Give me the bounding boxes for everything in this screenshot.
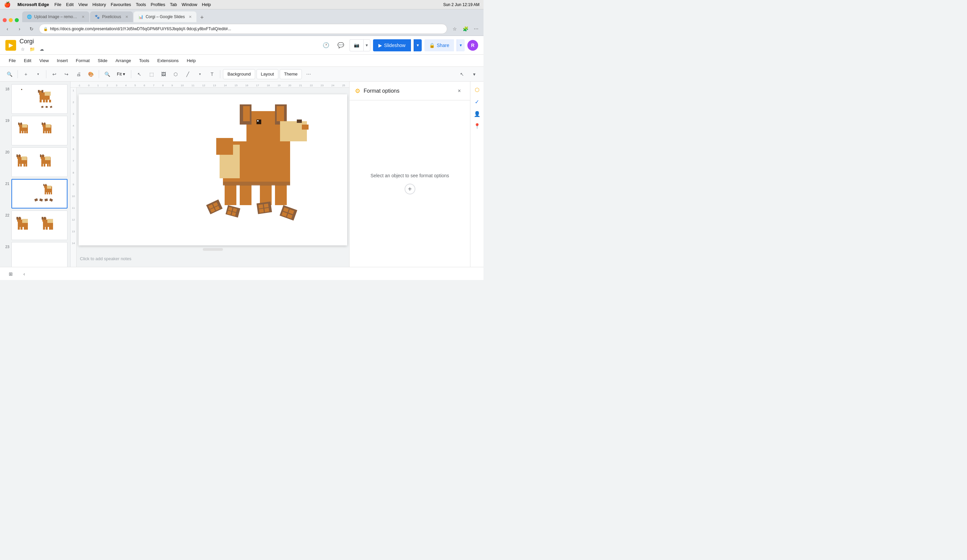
slideshow-button[interactable]: ▶ Slideshow bbox=[373, 39, 411, 51]
sidebar-explore-button[interactable]: ⬡ bbox=[472, 84, 482, 95]
user-avatar[interactable]: R bbox=[467, 40, 478, 51]
mac-menu-edit[interactable]: Edit bbox=[66, 2, 74, 7]
mac-menu-favourites[interactable]: Favourites bbox=[111, 2, 131, 7]
mac-status-area: Sun 2 Jun 12:19 AM bbox=[443, 2, 480, 7]
bookmark-button[interactable]: ☆ bbox=[450, 24, 459, 34]
view-options-button[interactable]: ▾ bbox=[469, 69, 480, 79]
active-app-name[interactable]: Microsoft Edge bbox=[18, 2, 49, 7]
tab-close-3[interactable]: ✕ bbox=[189, 15, 192, 19]
menu-slide[interactable]: Slide bbox=[94, 57, 111, 64]
slide-item-21[interactable]: 21 bbox=[3, 179, 68, 209]
menu-arrange[interactable]: Arrange bbox=[112, 57, 134, 64]
menu-extensions[interactable]: Extensions bbox=[154, 57, 182, 64]
slide-canvas[interactable] bbox=[79, 94, 347, 245]
mac-menu-window[interactable]: Window bbox=[182, 2, 197, 7]
slide-thumb-23[interactable] bbox=[12, 242, 68, 267]
mac-menu-profiles[interactable]: Profiles bbox=[151, 2, 165, 7]
camera-dropdown[interactable]: ▾ bbox=[363, 39, 370, 51]
menu-format[interactable]: Format bbox=[73, 57, 93, 64]
mac-menu-tools[interactable]: Tools bbox=[136, 2, 146, 7]
slide-item-22[interactable]: 22 bbox=[3, 211, 68, 240]
select-frame-button[interactable]: ⬚ bbox=[146, 69, 157, 79]
search-button[interactable]: 🔍 bbox=[4, 69, 15, 79]
zoom-search-button[interactable]: 🔍 bbox=[102, 69, 112, 79]
menu-tools[interactable]: Tools bbox=[136, 57, 152, 64]
sidebar-people-button[interactable]: 👤 bbox=[472, 109, 482, 119]
tab-corgi-slides[interactable]: 📊 Corgi – Google Slides ✕ bbox=[134, 12, 197, 22]
pointer-options-button[interactable]: ↖ bbox=[457, 69, 467, 79]
layout-button[interactable]: Layout bbox=[256, 69, 278, 79]
add-dropdown-button[interactable]: ▾ bbox=[33, 69, 43, 79]
comments-button[interactable]: 💬 bbox=[335, 39, 347, 51]
window-minimize-btn[interactable] bbox=[9, 18, 13, 22]
tab-pixelicious[interactable]: 🐾 Pixelicious ✕ bbox=[90, 12, 133, 22]
share-dropdown-button[interactable]: ▾ bbox=[457, 39, 465, 51]
zoom-select[interactable]: Fit ▾ bbox=[114, 69, 128, 79]
tab-close-2[interactable]: ✕ bbox=[125, 15, 128, 19]
slide-thumb-22[interactable] bbox=[12, 211, 68, 240]
slideshow-dropdown-button[interactable]: ▾ bbox=[414, 39, 422, 51]
menu-insert[interactable]: Insert bbox=[53, 57, 71, 64]
image-button[interactable]: 🖼 bbox=[158, 69, 169, 79]
refresh-button[interactable]: ↻ bbox=[27, 24, 36, 34]
slide-thumb-18[interactable] bbox=[12, 84, 68, 114]
window-maximize-btn[interactable] bbox=[15, 18, 19, 22]
grid-view-button[interactable]: ⊞ bbox=[5, 268, 16, 279]
url-input[interactable]: 🔒 https://docs.google.com/presentation/d… bbox=[39, 24, 447, 34]
tab-close-1[interactable]: ✕ bbox=[82, 15, 84, 19]
history-button[interactable]: 🕐 bbox=[320, 39, 332, 51]
share-button[interactable]: 🔒 Share bbox=[424, 39, 454, 51]
back-button[interactable]: ‹ bbox=[3, 24, 12, 34]
canvas-scroll-area[interactable]: Click to add speaker notes bbox=[77, 87, 349, 267]
sidebar-maps-button[interactable]: 📍 bbox=[472, 120, 482, 131]
notes-input[interactable]: Click to add speaker notes bbox=[79, 254, 347, 267]
slide-item-18[interactable]: 18 bbox=[3, 84, 68, 114]
undo-button[interactable]: ↩ bbox=[49, 69, 60, 79]
redo-button[interactable]: ↪ bbox=[61, 69, 72, 79]
cursor-select-button[interactable]: ↖ bbox=[134, 69, 145, 79]
mac-menu-history[interactable]: History bbox=[92, 2, 106, 7]
sidebar-comments-button[interactable]: ✓ bbox=[472, 96, 482, 107]
add-element-button[interactable]: + bbox=[20, 69, 31, 79]
collapse-panel-button[interactable]: ‹ bbox=[19, 268, 30, 279]
slide-item-23[interactable]: 23 bbox=[3, 242, 68, 267]
more-options-button[interactable]: ⋯ bbox=[303, 69, 314, 79]
menu-file[interactable]: File bbox=[5, 57, 19, 64]
format-panel-close-button[interactable]: × bbox=[454, 86, 465, 96]
svg-rect-47 bbox=[47, 164, 49, 166]
star-icon[interactable]: ☆ bbox=[20, 46, 26, 53]
format-panel-add-button[interactable]: + bbox=[404, 184, 415, 194]
menu-edit[interactable]: Edit bbox=[20, 57, 35, 64]
menu-view[interactable]: View bbox=[36, 57, 52, 64]
mac-menu-file[interactable]: File bbox=[54, 2, 61, 7]
shape-button[interactable]: ⬡ bbox=[170, 69, 181, 79]
slide-thumb-21[interactable] bbox=[12, 179, 68, 209]
svg-rect-58 bbox=[34, 198, 38, 201]
paint-format-button[interactable]: 🎨 bbox=[85, 69, 96, 79]
mac-menu-view[interactable]: View bbox=[78, 2, 87, 7]
forward-button[interactable]: › bbox=[15, 24, 24, 34]
background-button[interactable]: Background bbox=[223, 69, 255, 79]
window-close-btn[interactable] bbox=[3, 18, 7, 22]
mac-menu-help[interactable]: Help bbox=[202, 2, 211, 7]
line-dropdown-button[interactable]: ▾ bbox=[195, 69, 205, 79]
camera-button[interactable]: 📷 bbox=[350, 39, 363, 51]
print-button[interactable]: 🖨 bbox=[73, 69, 84, 79]
textbox-button[interactable]: T bbox=[206, 69, 217, 79]
slide-thumb-19[interactable] bbox=[12, 116, 68, 145]
cloud-icon[interactable]: ☁ bbox=[38, 46, 45, 53]
menu-help[interactable]: Help bbox=[183, 57, 199, 64]
line-button[interactable]: ╱ bbox=[182, 69, 193, 79]
slide-item-20[interactable]: 20 bbox=[3, 147, 68, 177]
more-button[interactable]: ⋯ bbox=[471, 24, 481, 34]
new-tab-button[interactable]: + bbox=[197, 13, 206, 22]
apple-icon[interactable]: 🍎 bbox=[4, 2, 11, 8]
mac-menu-tab[interactable]: Tab bbox=[170, 2, 177, 7]
slide-item-19[interactable]: 19 bbox=[3, 116, 68, 145]
folder-icon[interactable]: 📁 bbox=[29, 46, 36, 53]
extensions-button[interactable]: 🧩 bbox=[460, 24, 470, 34]
theme-button[interactable]: Theme bbox=[280, 69, 302, 79]
slide-thumb-20[interactable] bbox=[12, 147, 68, 177]
notes-drag-handle[interactable] bbox=[203, 248, 223, 251]
tab-remove-bg[interactable]: 🌐 Upload Image – remove.bg ✕ bbox=[22, 12, 89, 22]
